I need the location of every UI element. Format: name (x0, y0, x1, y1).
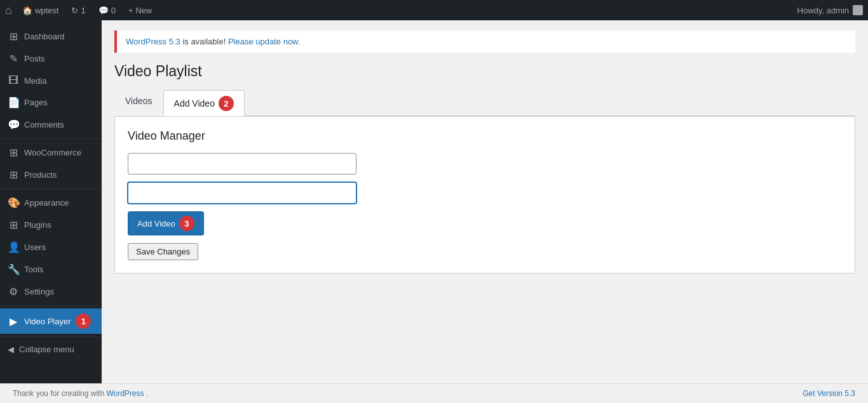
tab-add-video[interactable]: Add Video 2 (163, 90, 245, 116)
wp-version-link[interactable]: WordPress 5.3 (126, 37, 180, 46)
tab-videos[interactable]: Videos (114, 90, 163, 116)
adminbar-user: Howdy, admin (797, 5, 863, 15)
adminbar-updates[interactable]: ↻ 1 (66, 0, 90, 20)
notice-text-middle: is available! (182, 37, 228, 46)
save-row: Save Changes (128, 243, 842, 260)
sidebar-label-settings: Settings (24, 287, 54, 296)
users-icon: 👤 (8, 241, 19, 253)
menu-divider-2 (0, 188, 102, 189)
admin-menu: ⊞ Dashboard ✎ Posts 🎞 Media 📄 Pages 💬 Co… (0, 20, 102, 383)
menu-divider-4 (0, 336, 102, 337)
step-badge-2: 2 (219, 96, 234, 111)
sidebar-item-posts[interactable]: ✎ Posts (0, 48, 102, 70)
section-title: Video Manager (128, 129, 842, 143)
tools-icon: 🔧 (8, 263, 19, 275)
tab-videos-label: Videos (125, 96, 153, 106)
products-icon: ⊞ (8, 169, 19, 181)
dashboard-icon: ⊞ (8, 30, 19, 43)
site-name: wptest (35, 6, 59, 15)
add-video-button[interactable]: Add Video 3 (128, 211, 204, 235)
sidebar-label-media: Media (24, 76, 46, 86)
appearance-icon: 🎨 (8, 197, 19, 209)
step-badge-1: 1 (76, 314, 91, 329)
video-manager-card: Video Manager Add Video 3 Save Changes (114, 116, 855, 274)
settings-icon: ⚙ (8, 286, 19, 298)
sidebar-item-comments[interactable]: 💬 Comments (0, 114, 102, 136)
admin-bar: ⌂ 🏠 wptest ↻ 1 💬 0 + New Howdy, admin (0, 0, 868, 20)
page-title: Video Playlist (114, 63, 855, 80)
updates-count: 1 (81, 6, 85, 15)
sidebar-item-tools[interactable]: 🔧 Tools (0, 258, 102, 281)
add-video-label: Add Video (137, 219, 175, 228)
sidebar-label-comments: Comments (24, 120, 64, 129)
footer-text-end: . (146, 389, 148, 398)
footer-version-link[interactable]: Get Version 5.3 (803, 389, 855, 398)
update-now-link[interactable]: Please update now. (228, 37, 300, 46)
input-group-2 (128, 182, 842, 204)
sidebar-label-appearance: Appearance (24, 198, 69, 208)
collapse-icon: ◀ (8, 345, 14, 354)
woocommerce-icon: ⊞ (8, 147, 19, 159)
user-avatar[interactable] (853, 5, 863, 15)
wp-logo-icon[interactable]: ⌂ (5, 4, 12, 17)
sidebar-label-posts: Posts (24, 54, 45, 63)
sidebar-label-woocommerce: WooCommerce (24, 148, 81, 157)
menu-divider-3 (0, 305, 102, 306)
sidebar-item-dashboard[interactable]: ⊞ Dashboard (0, 25, 102, 48)
sidebar-label-users: Users (24, 242, 46, 252)
sidebar-item-pages[interactable]: 📄 Pages (0, 91, 102, 114)
update-notice: WordPress 5.3 is available! Please updat… (114, 30, 855, 53)
posts-icon: ✎ (8, 53, 19, 65)
tab-add-video-label: Add Video (174, 98, 215, 109)
video-title-input[interactable] (128, 182, 356, 204)
menu-divider-1 (0, 138, 102, 139)
input-group-1 (128, 153, 842, 175)
main-content: WordPress 5.3 is available! Please updat… (102, 20, 868, 383)
step-badge-3: 3 (179, 216, 194, 231)
new-label: + New (128, 6, 152, 15)
video-player-icon: ▶ (8, 315, 19, 327)
site-icon: 🏠 (22, 6, 32, 15)
sidebar-item-appearance[interactable]: 🎨 Appearance (0, 192, 102, 214)
adminbar-new[interactable]: + New (123, 0, 157, 20)
howdy-text: Howdy, admin (797, 6, 849, 15)
sidebar-label-tools: Tools (24, 265, 43, 274)
sidebar-item-users[interactable]: 👤 Users (0, 236, 102, 258)
sidebar-label-video-player: Video Player (24, 317, 71, 326)
sidebar-label-plugins: Plugins (24, 220, 51, 230)
sidebar-item-video-player[interactable]: ▶ Video Player 1 (0, 308, 102, 334)
footer-text-before: Thank you for creating with (13, 389, 106, 398)
sidebar-item-products[interactable]: ⊞ Products (0, 164, 102, 186)
sidebar-label-dashboard: Dashboard (24, 32, 65, 41)
footer-version: Get Version 5.3 (803, 389, 855, 398)
sidebar-item-media[interactable]: 🎞 Media (0, 70, 102, 91)
sidebar-item-plugins[interactable]: ⊞ Plugins (0, 214, 102, 236)
plugins-icon: ⊞ (8, 219, 19, 231)
comments-icon: 💬 (98, 6, 109, 15)
collapse-menu-item[interactable]: ◀ Collapse menu (0, 340, 102, 359)
adminbar-site[interactable]: 🏠 wptest (17, 0, 64, 20)
footer-text: Thank you for creating with WordPress . (13, 389, 148, 398)
sidebar-label-products: Products (24, 170, 57, 180)
comments-count: 0 (111, 6, 116, 15)
sidebar-item-settings[interactable]: ⚙ Settings (0, 281, 102, 303)
collapse-label: Collapse menu (19, 345, 74, 354)
pages-icon: 📄 (8, 96, 19, 109)
save-changes-button[interactable]: Save Changes (128, 243, 198, 260)
tab-bar: Videos Add Video 2 (114, 90, 855, 116)
video-url-input[interactable] (128, 153, 356, 175)
media-icon: 🎞 (8, 75, 19, 86)
footer-wp-link[interactable]: WordPress (106, 389, 144, 398)
sidebar-item-woocommerce[interactable]: ⊞ WooCommerce (0, 142, 102, 164)
adminbar-comments[interactable]: 💬 0 (93, 0, 121, 20)
comments-menu-icon: 💬 (8, 119, 19, 131)
footer: Thank you for creating with WordPress . … (0, 383, 868, 403)
sidebar-label-pages: Pages (24, 98, 48, 107)
button-row: Add Video 3 (128, 211, 842, 235)
updates-icon: ↻ (71, 6, 78, 15)
